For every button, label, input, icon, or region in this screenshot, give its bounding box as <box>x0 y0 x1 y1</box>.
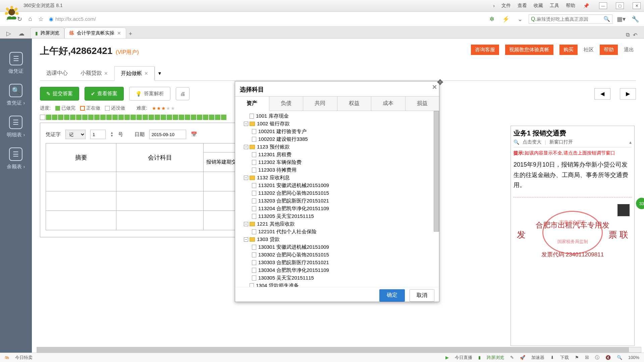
progress-cell[interactable] <box>88 115 94 120</box>
sale-link[interactable]: 今日特卖 <box>15 355 33 361</box>
tab-undo-icon[interactable]: ↶ <box>633 32 637 38</box>
tab-courses[interactable]: 选课中心 <box>40 66 74 80</box>
progress-cell[interactable] <box>112 115 118 120</box>
expand-icon[interactable]: − <box>244 176 248 180</box>
progress-cell[interactable] <box>124 115 130 120</box>
tab-accounting[interactable]: 练 会计学堂真帐实操 ✕ <box>64 27 126 38</box>
tab-profit[interactable]: 损益 <box>406 97 439 111</box>
pin-icon[interactable]: 📌 <box>582 3 590 8</box>
progress-cell[interactable] <box>82 115 88 120</box>
tree-node[interactable]: 112303 待摊费用 <box>237 166 437 174</box>
progress-cell[interactable] <box>46 115 51 120</box>
tab-liab[interactable]: 负债 <box>269 97 304 111</box>
progress-cell[interactable] <box>130 115 136 120</box>
cell[interactable] <box>46 172 116 191</box>
tree-node[interactable]: −1221 其他应收款 <box>237 220 437 228</box>
tab-smallloan[interactable]: 小额贷款✕ <box>74 66 114 80</box>
progress-cell[interactable] <box>197 115 202 120</box>
tree-node[interactable]: 130303 合肥皖新医疗20151021 <box>237 259 437 266</box>
search-icon[interactable]: 🔍 <box>603 16 610 22</box>
print-button[interactable]: 🖨 <box>176 87 190 100</box>
next-button[interactable]: ▶ <box>620 88 636 100</box>
voucher-num-input[interactable] <box>90 130 106 139</box>
progress-cell[interactable] <box>203 115 208 120</box>
progress-cell[interactable] <box>221 115 226 120</box>
rail-search[interactable]: 🔍查凭证 › <box>7 84 25 106</box>
rail-balance[interactable]: ☰余额表 › <box>7 147 25 170</box>
progress-cell[interactable] <box>100 115 106 120</box>
modal-header[interactable]: 选择科目 ✕ ✥ <box>235 81 439 96</box>
tree-node[interactable]: 113204 合肥凯华净化20151109 <box>237 205 437 213</box>
analysis-button[interactable]: 💡答案解析 <box>129 87 170 101</box>
tree-node[interactable]: 1001 库存现金 <box>237 112 437 120</box>
wrench-icon[interactable]: 🔧 <box>631 14 640 24</box>
cross-link[interactable]: 跨屏浏览 <box>487 355 504 361</box>
rail-voucher[interactable]: ☰做凭证 <box>8 52 23 74</box>
expand-icon[interactable]: − <box>244 145 248 149</box>
search-box[interactable]: Q. 🔍 <box>529 14 612 24</box>
tree-node[interactable]: 113203 合肥皖新医疗20151021 <box>237 197 437 205</box>
expand-icon[interactable]: − <box>244 122 248 126</box>
expand-icon[interactable]: − <box>244 222 248 226</box>
cell[interactable] <box>46 211 116 230</box>
newwin-link[interactable]: 新窗口打开 <box>549 139 573 145</box>
tree-node[interactable]: 100201 建行验资专户 <box>237 128 437 135</box>
modal-close-icon[interactable]: ✕ <box>432 83 437 91</box>
progress-cell[interactable] <box>94 115 100 120</box>
close-icon[interactable]: ✕ <box>144 71 148 76</box>
tab-common[interactable]: 共同 <box>303 97 337 111</box>
spinner-down[interactable]: ▼ <box>110 134 113 137</box>
progress-cell[interactable] <box>40 115 45 120</box>
tree-node[interactable]: −1303 贷款 <box>237 236 437 243</box>
cell[interactable] <box>116 191 204 211</box>
tree-node[interactable]: −1002 银行存款 <box>237 120 437 128</box>
grid-icon[interactable]: ▦▾ <box>616 14 626 24</box>
tab-dropdown[interactable]: ▾ <box>155 67 164 80</box>
tree-node[interactable]: 130302 合肥同心装饰20151015 <box>237 251 437 259</box>
rocket-icon[interactable]: 🚀 <box>520 355 525 360</box>
progress-cell[interactable] <box>173 115 178 120</box>
close-button[interactable]: ✕ <box>633 2 641 9</box>
progress-cell[interactable] <box>149 115 154 120</box>
progress-cell[interactable] <box>209 115 214 120</box>
home-button[interactable]: ⌂ <box>25 14 35 24</box>
accel-link[interactable]: 加速器 <box>531 355 544 361</box>
voucher-word-select[interactable]: 记 <box>65 130 86 139</box>
progress-cell[interactable] <box>167 115 172 120</box>
ip-icon[interactable]: ⓘ <box>595 355 599 361</box>
cell[interactable] <box>46 191 116 211</box>
live-link[interactable]: 今日直播 <box>455 355 472 361</box>
cancel-button[interactable]: 取消 <box>410 289 434 302</box>
tree-node[interactable]: 130305 吴天宝20151115 <box>237 274 437 282</box>
tree-node[interactable]: 112302 车辆保险费 <box>237 159 437 166</box>
tree-node[interactable]: 112301 房租费 <box>237 151 437 159</box>
star-button[interactable]: ☆ <box>36 14 46 24</box>
search-input[interactable] <box>537 16 603 22</box>
subject-tree[interactable]: 1001 库存现金−1002 银行存款100201 建行验资专户100202 建… <box>235 111 439 287</box>
video-help-button[interactable]: 视频教您体验真帐 <box>505 45 553 55</box>
tab-close-icon[interactable]: ✕ <box>117 31 121 36</box>
tree-node[interactable]: 122101 代扣个人社会保险 <box>237 228 437 236</box>
zoom-level[interactable]: 100% <box>628 355 639 360</box>
prev-button[interactable]: ◀ <box>594 88 610 100</box>
tab-equity[interactable]: 权益 <box>337 97 372 111</box>
bolt-icon[interactable]: ⚡ <box>501 14 511 24</box>
menu-view[interactable]: 查看 <box>518 3 527 9</box>
progress-cell[interactable] <box>161 115 166 120</box>
date-input[interactable] <box>149 130 186 139</box>
close-icon[interactable]: ✕ <box>104 71 108 76</box>
progress-cell[interactable] <box>155 115 160 120</box>
progress-cell[interactable] <box>118 115 124 120</box>
tree-node[interactable]: −1132 应收利息 <box>237 174 437 182</box>
tree-scrollbar[interactable] <box>434 111 439 232</box>
scroll-up-icon[interactable]: ▴ <box>629 139 632 145</box>
progress-cell[interactable] <box>70 115 75 120</box>
menu-file[interactable]: 文件 <box>501 3 511 9</box>
progress-cell[interactable] <box>191 115 196 120</box>
menu-tools[interactable]: 工具 <box>550 3 559 9</box>
progress-cell[interactable] <box>185 115 190 120</box>
tree-node[interactable]: 130304 合肥凯华净化20151109 <box>237 266 437 274</box>
horizontal-scrollbar[interactable] <box>37 347 641 353</box>
progress-cell[interactable] <box>64 115 69 120</box>
cell[interactable] <box>116 172 204 191</box>
